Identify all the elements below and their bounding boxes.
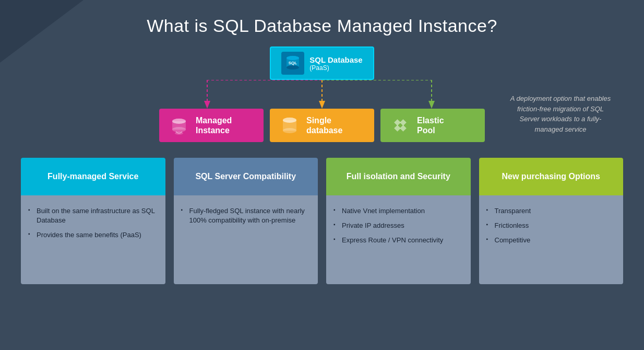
connector-lines (155, 80, 489, 109)
bullet-4-3: Competitive (486, 233, 616, 248)
svg-marker-7 (204, 101, 210, 109)
card-body-purchasing: Transparent Frictionless Competitive (479, 195, 624, 284)
card-isolation: Full isolation and Security Native Vnet … (326, 158, 471, 284)
card-body-isolation: Native Vnet implementation Private IP ad… (326, 195, 471, 284)
svg-text:SQL: SQL (289, 61, 297, 65)
cards-row: Fully-managed Service Built on the same … (0, 147, 644, 295)
card-sql-compat: SQL Server Compatibility Fully-fledged S… (174, 158, 318, 284)
bullet-3-3: Express Route / VPN connectivity (333, 233, 463, 248)
sql-icon: SQL (281, 52, 304, 75)
sql-database-box: SQL SQL Database (PaaS) (270, 46, 374, 80)
svg-rect-24 (394, 125, 401, 132)
card-header-purchasing: New purchasing Options (479, 158, 624, 195)
elastic-pool-label: Elastic Pool (417, 115, 444, 135)
sql-db-sub-label: (PaaS) (309, 64, 362, 72)
card-header-isolation: Full isolation and Security (326, 158, 471, 195)
elastic-pool-box: Elastic Pool (380, 109, 485, 142)
sql-db-text: SQL Database (PaaS) (309, 55, 362, 72)
svg-point-20 (283, 128, 296, 133)
managed-instance-icon (169, 115, 189, 136)
sql-db-main-label: SQL Database (309, 55, 362, 64)
single-database-icon (279, 115, 300, 136)
single-database-box: Single database (270, 109, 374, 142)
svg-point-16 (172, 119, 186, 124)
bullet-3-2: Private IP addresses (333, 218, 463, 233)
svg-point-21 (283, 118, 296, 123)
connector-svg (155, 80, 489, 109)
card-fully-managed: Fully-managed Service Built on the same … (21, 158, 165, 284)
managed-instance-box: Managed Instance (159, 109, 264, 142)
card-purchasing: New purchasing Options Transparent Frict… (479, 158, 624, 284)
card-body-fully-managed: Built on the same infrastructure as SQL … (21, 195, 165, 284)
svg-point-2 (287, 65, 299, 69)
svg-marker-9 (319, 101, 325, 109)
diagram-area: A deployment option that enables frictio… (0, 46, 644, 142)
bullet-2-1: Fully-fledged SQL instance with nearly 1… (181, 204, 311, 228)
svg-rect-25 (400, 125, 407, 132)
page-title: What is SQL Database Managed Instance? (0, 0, 644, 46)
card-header-fully-managed: Fully-managed Service (21, 158, 165, 195)
svg-rect-23 (400, 119, 407, 126)
card-body-sql-compat: Fully-fledged SQL instance with nearly 1… (174, 195, 318, 284)
managed-instance-label: Managed Instance (196, 115, 232, 135)
elastic-pool-icon (390, 115, 411, 136)
bullet-1-1: Built on the same infrastructure as SQL … (28, 204, 158, 228)
card-header-sql-compat: SQL Server Compatibility (174, 158, 318, 195)
svg-point-3 (287, 56, 299, 60)
svg-rect-22 (394, 119, 401, 126)
options-row: Managed Instance Single database (159, 109, 485, 142)
bullet-4-2: Frictionless (486, 218, 616, 233)
annotation-text: A deployment option that enables frictio… (508, 94, 613, 134)
single-database-label: Single database (306, 115, 342, 135)
bullet-4-1: Transparent (486, 204, 616, 218)
bullet-1-2: Provides the same benefits (PaaS) (28, 228, 158, 242)
svg-marker-12 (428, 101, 435, 109)
bullet-3-1: Native Vnet implementation (333, 204, 463, 218)
svg-point-15 (172, 127, 186, 132)
